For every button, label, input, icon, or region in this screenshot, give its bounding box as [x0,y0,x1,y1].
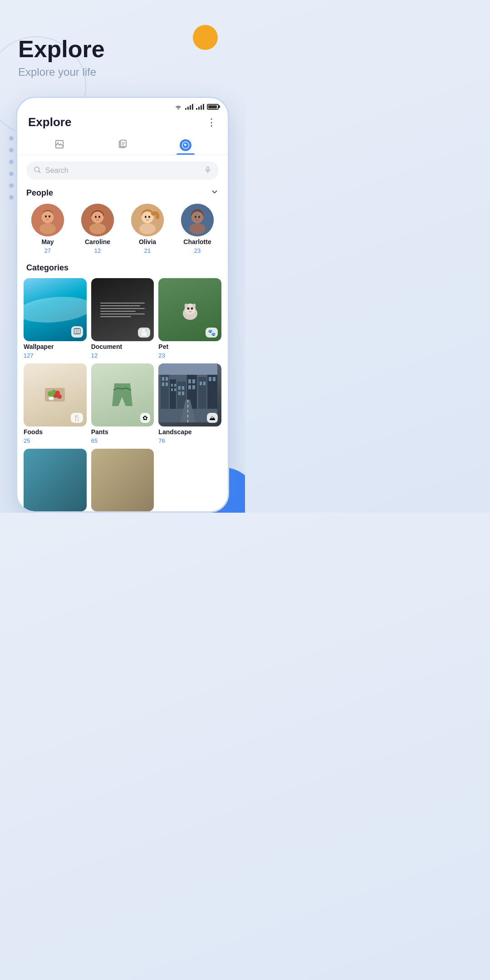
svg-rect-69 [178,392,181,395]
person-olivia[interactable]: Olivia 21 [131,204,164,254]
category-wallpaper[interactable]: Wallpaper 127 [24,278,87,359]
person-may[interactable]: May 27 [31,204,64,254]
category-thumb-foods: 🍴 [24,363,87,426]
tab-albums[interactable] [91,135,154,155]
svg-rect-59 [166,377,168,381]
people-row: May 27 Caroline 12 [17,204,228,261]
svg-point-15 [42,211,54,223]
svg-rect-60 [166,382,168,386]
svg-rect-3 [120,140,126,147]
svg-rect-68 [182,386,184,390]
compass-tab-icon [181,141,190,149]
category-name-wallpaper: Wallpaper [24,343,87,350]
svg-rect-58 [162,382,164,386]
categories-section: Categories Wallpaper 127 [17,261,228,511]
category-count-document: 12 [91,352,154,359]
category-document[interactable]: 📄 Document 12 [91,278,154,359]
person-charlotte[interactable]: Charlotte 23 [181,204,214,254]
microphone-icon[interactable] [204,166,211,175]
svg-point-22 [95,216,97,218]
person-count-charlotte: 23 [194,247,201,254]
search-bar[interactable]: Search [26,162,219,180]
categories-bottom-partial [17,444,228,512]
app-header: Explore ⋮ [17,112,228,135]
battery-icon [207,104,219,110]
partial-thumb-2 [91,449,154,512]
person-count-may: 27 [44,247,51,254]
svg-point-23 [98,216,100,218]
person-count-caroline: 12 [94,247,101,254]
category-count-landscape: 76 [158,437,221,444]
svg-rect-81 [213,377,216,381]
search-placeholder: Search [45,167,200,175]
page-header: Explore Explore your life [0,0,245,92]
svg-rect-84 [158,363,217,375]
category-name-pants: Pants [91,428,154,436]
svg-point-20 [89,223,106,234]
category-foods[interactable]: 🍴 Foods 25 [24,363,87,444]
search-icon [34,166,41,175]
page-subtitle: Explore your life [18,66,227,78]
foods-category-icon: 🍴 [71,413,83,423]
people-chevron-icon[interactable] [211,188,219,198]
signal-bars-1 [185,104,193,110]
category-landscape[interactable]: ⛰ Landscape 76 [158,363,221,444]
svg-rect-70 [182,392,184,395]
person-name-charlotte: Charlotte [183,238,211,245]
category-thumb-pet: 🐾 [158,278,221,341]
svg-rect-73 [192,379,195,383]
category-name-document: Document [91,343,154,350]
landscape-category-icon: ⛰ [207,413,218,423]
person-avatar-olivia [131,204,164,236]
category-pants[interactable]: ✿ Pants 65 [91,363,154,444]
person-avatar-caroline [81,204,114,236]
partial-thumb-1 [24,449,87,512]
svg-rect-10 [207,167,209,171]
photos-tab-icon [54,139,64,149]
category-count-pet: 23 [158,352,221,359]
person-caroline[interactable]: Caroline 12 [81,204,114,254]
svg-point-53 [49,397,54,400]
person-avatar-charlotte [181,204,214,236]
page-title: Explore [18,36,227,62]
person-name-caroline: Caroline [85,238,110,245]
pants-category-icon: ✿ [140,413,150,423]
category-count-foods: 25 [24,437,87,444]
svg-point-17 [49,216,50,218]
svg-rect-62 [171,384,173,387]
people-section-header: People [17,186,228,204]
svg-point-45 [191,307,193,309]
svg-rect-63 [174,384,176,387]
category-name-pet: Pet [158,343,221,350]
person-count-olivia: 21 [144,247,151,254]
svg-rect-65 [174,388,176,391]
category-thumb-pants: ✿ [91,363,154,426]
svg-line-9 [39,171,40,173]
tab-photos[interactable] [28,135,91,155]
person-name-may: May [41,238,54,245]
svg-rect-80 [209,377,211,381]
svg-point-44 [187,307,189,309]
category-thumb-document: 📄 [91,278,154,341]
category-count-pants: 65 [91,437,154,444]
svg-rect-37 [74,328,80,334]
wallpaper-category-icon [71,326,83,338]
pet-category-icon: 🐾 [206,328,218,338]
category-thumb-landscape: ⛰ [158,363,221,426]
svg-rect-61 [170,379,176,409]
svg-rect-67 [178,386,181,390]
svg-point-16 [45,216,47,218]
status-bar [17,98,228,112]
menu-button[interactable]: ⋮ [206,117,217,128]
category-pet[interactable]: 🐾 Pet 23 [158,278,221,359]
status-icons [174,103,219,110]
svg-rect-78 [203,382,206,385]
svg-point-21 [92,211,103,223]
category-name-landscape: Landscape [158,428,221,436]
phone-mockup: Explore ⋮ [16,97,229,513]
svg-point-28 [145,216,147,218]
tab-explore[interactable] [154,135,217,155]
svg-rect-74 [188,385,191,389]
category-thumb-wallpaper [24,278,87,341]
svg-rect-75 [192,385,195,389]
